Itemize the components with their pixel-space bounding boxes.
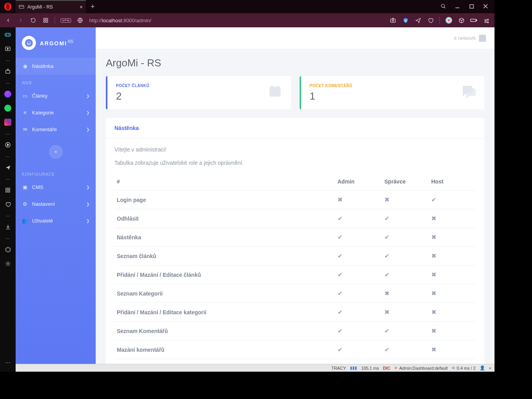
downloads-icon[interactable] (4, 223, 12, 231)
table-row: Seznam článků✔✔✖ (114, 247, 476, 265)
svg-rect-34 (269, 87, 280, 96)
check-icon: ✔ (337, 271, 343, 278)
browser-titlebar: ArgoMi - RS × + (0, 0, 495, 13)
nav-back-button[interactable] (5, 17, 12, 24)
row-label: Odhlásit (114, 209, 335, 228)
snapshot-icon[interactable] (389, 17, 396, 24)
tab-close-icon[interactable]: × (80, 4, 83, 10)
topbar-user[interactable]: it network (454, 35, 486, 42)
cell-host: ✖ (429, 322, 476, 340)
sidebar-item-label: Kategorie (32, 110, 54, 116)
sidebar-item-label: Nástěnka (32, 63, 54, 69)
speed-dial-small-icon[interactable] (4, 186, 12, 194)
stat-articles: POČET ČLÁNKŮ 2 (106, 76, 291, 109)
new-tab-button[interactable]: + (86, 3, 100, 11)
sidebar-item-comments[interactable]: ✉ Komentáře ❯ (16, 121, 96, 138)
cell-admin: ✔ (335, 284, 382, 303)
instagram-icon[interactable] (4, 118, 12, 126)
battery-icon[interactable] (470, 17, 477, 24)
cell-host: ✖ (429, 209, 476, 228)
sidebar-item-categories[interactable]: ≡ Kategorie ❯ (16, 104, 96, 121)
browser-tab[interactable]: ArgoMi - RS × (16, 0, 86, 13)
more-icon[interactable]: ⋯ (4, 358, 12, 367)
sidebar-item-settings[interactable]: ⚙ Nastavení ❯ (16, 196, 96, 212)
sidebar-item-label: Články (32, 93, 48, 99)
whatsapp-icon[interactable] (4, 104, 12, 112)
tracy-debug-bar[interactable]: TRACY ▮▮▮ 105.1 ms DIC ➤ Admin:Dashboard… (16, 364, 495, 372)
row-label: Mazání komentářů (114, 340, 335, 359)
settings-gear-icon[interactable] (4, 259, 12, 268)
heart-icon[interactable] (4, 200, 12, 208)
cell-host: ✔ (429, 191, 476, 209)
shield-icon[interactable] (402, 17, 409, 24)
easy-setup-icon[interactable] (483, 17, 490, 24)
table-row: Seznam Kategorií✔✖✖ (114, 284, 476, 303)
search-icon[interactable] (440, 4, 447, 10)
cell-admin: ✔ (335, 209, 382, 228)
messenger-icon[interactable] (4, 90, 12, 98)
cell-admin: ✔ (335, 340, 382, 359)
address-url[interactable]: http://localhost:8000/admin/ (89, 18, 151, 23)
svg-point-19 (487, 22, 489, 23)
opera-sidebar: — — — — — — — ⋯ (0, 27, 16, 372)
gx-icon[interactable] (4, 30, 12, 39)
admin-topbar: it network (96, 27, 495, 49)
chevron-right-icon: ❯ (86, 185, 89, 189)
cell-manager: ✔ (382, 228, 429, 247)
x-icon: ✖ (431, 346, 436, 353)
svg-point-17 (487, 19, 489, 20)
check-icon: ✔ (337, 346, 343, 353)
comments-icon: ✉ (22, 126, 28, 132)
opera-menu-button[interactable] (0, 0, 16, 13)
send-icon[interactable] (4, 163, 12, 172)
workspaces-icon[interactable] (4, 67, 12, 76)
send-icon[interactable] (414, 17, 421, 24)
sidebar-item-users[interactable]: 👥 Uživatelé ❯ (16, 212, 96, 229)
video-popout-icon[interactable] (4, 45, 12, 53)
window-close-button[interactable] (482, 4, 489, 10)
cube-icon[interactable] (458, 17, 465, 24)
x-icon: ✖ (431, 328, 436, 334)
cell-host: ✖ (429, 265, 476, 284)
profile-icon[interactable] (445, 17, 452, 24)
svg-rect-7 (44, 21, 45, 22)
check-icon: ✔ (384, 215, 389, 222)
extensions-cube-icon[interactable] (4, 245, 12, 254)
x-icon: ✖ (431, 290, 436, 297)
table-row: Přidání / Mazání / Editace článků✔✔✖ (114, 265, 476, 284)
svg-rect-28 (6, 191, 7, 192)
check-icon: ✔ (337, 215, 343, 222)
cell-admin: ✔ (335, 247, 382, 265)
svg-point-1 (6, 4, 9, 10)
nav-reload-button[interactable] (30, 17, 37, 24)
player-icon[interactable] (4, 141, 12, 149)
site-info-icon[interactable] (77, 17, 84, 24)
svg-point-11 (392, 20, 394, 21)
sidebar-item-cms[interactable]: ▣ CMS ❯ (16, 179, 96, 196)
table-row: Nástěnka✔✔✖ (114, 228, 476, 247)
cell-host: ✖ (429, 303, 476, 322)
brand[interactable]: ARGOMIRS (16, 27, 96, 58)
browser-address-bar: VPN http://localhost:8000/admin/ (0, 13, 495, 27)
heart-icon[interactable] (427, 17, 434, 24)
sidebar-item-dashboard[interactable]: ◉ Nástěnka (16, 58, 96, 75)
tracy-close[interactable]: × (489, 366, 491, 370)
vpn-badge[interactable]: VPN (61, 18, 71, 23)
cell-manager: ✔ (382, 265, 429, 284)
cell-manager: ✖ (382, 303, 429, 322)
check-icon: ✔ (384, 346, 389, 353)
row-label: Přidání / Mazání / Editace článků (114, 265, 335, 284)
window-maximize-button[interactable] (468, 4, 475, 10)
window-minimize-button[interactable] (454, 4, 461, 10)
check-icon: ✔ (337, 234, 343, 240)
table-row: Odhlásit✔✔✖ (114, 209, 476, 228)
x-icon: ✖ (431, 253, 436, 259)
sidebar-item-articles[interactable]: ▭ Články ❯ (16, 87, 96, 104)
topbar-user-name: it network (454, 35, 476, 41)
speed-dial-icon[interactable] (42, 17, 49, 24)
th-host: Host (429, 173, 476, 191)
svg-point-3 (441, 4, 445, 7)
sidebar-collapse-button[interactable] (49, 145, 63, 159)
svg-rect-26 (6, 188, 7, 190)
sidebar-item-label: Nastavení (32, 201, 55, 207)
